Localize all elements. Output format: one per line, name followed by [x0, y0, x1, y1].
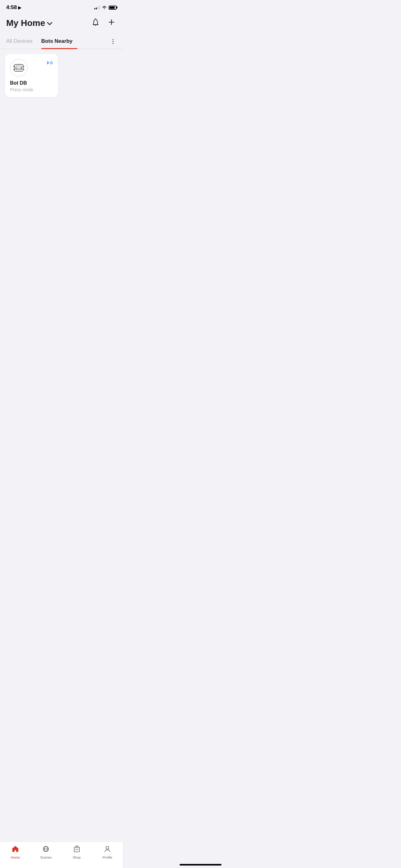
device-name: Bot DB [10, 80, 53, 86]
device-card-bot-db[interactable]: SwitchBot Bot DB Press mode [5, 54, 58, 97]
device-icon: SwitchBot [10, 59, 28, 76]
tab-bots-nearby[interactable]: Bots Nearby [41, 34, 77, 49]
chevron-down-icon [47, 21, 53, 27]
switchbot-icon: SwitchBot [13, 63, 24, 72]
tabs: All Devices Bots Nearby [0, 34, 123, 49]
signal-icon [94, 6, 100, 9]
notifications-button[interactable] [90, 17, 101, 29]
header-actions [90, 17, 116, 29]
status-bar: 4:58 ▶ [0, 0, 123, 13]
svg-point-5 [112, 43, 114, 44]
home-title-button[interactable]: My Home [6, 18, 53, 28]
home-title-text: My Home [6, 18, 45, 28]
header: My Home [0, 13, 123, 34]
plus-icon [108, 19, 115, 28]
wifi-icon [102, 5, 107, 10]
location-icon: ▶ [18, 5, 21, 10]
status-time: 4:58 ▶ [6, 4, 21, 11]
device-mode: Press mode [10, 87, 53, 92]
svg-point-4 [112, 41, 114, 42]
bell-icon [92, 18, 100, 28]
battery-icon [109, 6, 116, 10]
device-card-header: SwitchBot [10, 59, 53, 76]
tab-all-devices[interactable]: All Devices [6, 34, 37, 49]
add-button[interactable] [106, 17, 116, 29]
bluetooth-signal-icon [45, 60, 53, 65]
content-area: SwitchBot Bot DB Press mode [0, 49, 123, 102]
svg-point-3 [112, 39, 114, 40]
svg-text:SwitchBot: SwitchBot [15, 67, 23, 69]
status-icons [94, 5, 116, 10]
tabs-more-button[interactable] [110, 36, 116, 48]
